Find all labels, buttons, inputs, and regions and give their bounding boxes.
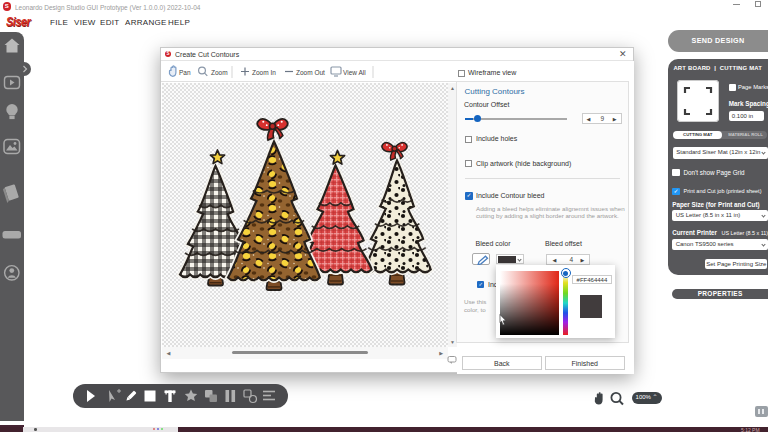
svg-text:Pan: Pan	[179, 68, 191, 75]
svg-text:View All: View All	[343, 68, 366, 75]
svg-text:Zoom: Zoom	[211, 68, 228, 75]
svg-text:Zoom Out: Zoom Out	[296, 68, 325, 75]
svg-text:Zoom In: Zoom In	[252, 68, 276, 75]
